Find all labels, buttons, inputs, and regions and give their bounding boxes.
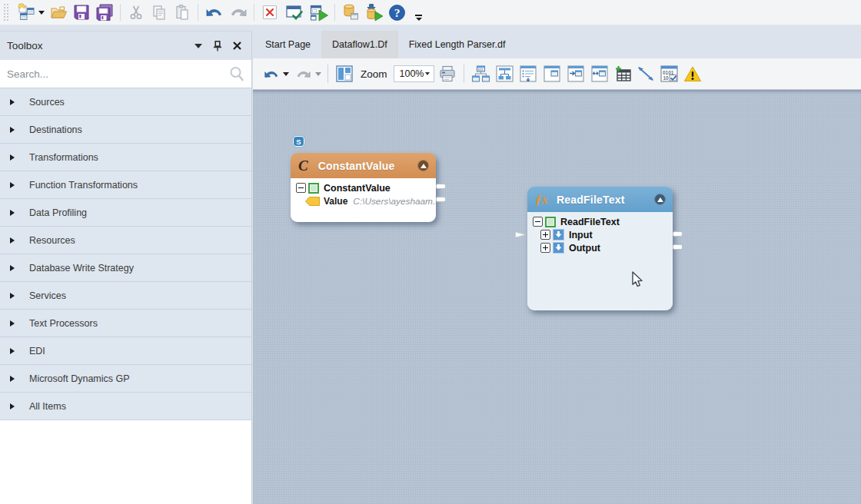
tab-fixed-length-parser[interactable]: Fixed Length Parser.df [398,31,517,58]
toolbox-item-destinations[interactable]: Destinations [0,116,251,144]
show-preview-panel-button[interactable] [333,62,356,85]
tree-row-readfiletext[interactable]: ReadFileText [527,215,673,228]
node-constant-value-header[interactable]: C ConstantValue [291,153,436,178]
database-window-icon [341,3,360,22]
tree-row-value[interactable]: Value C:\Users\ayeshaam... [291,194,436,207]
redo-arrow-icon [229,4,248,21]
dock-properties-button[interactable] [540,62,564,85]
toolbox-item-data-profiling[interactable]: Data Profiling [0,199,251,227]
database-job-button[interactable] [340,2,361,23]
expand-expander-icon[interactable] [540,243,550,253]
canvas-redo-button[interactable] [294,62,314,85]
toolbox-item-services[interactable]: Services [0,282,251,310]
pin-icon [213,41,222,51]
canvas-redo-dropdown[interactable] [314,63,323,85]
node-read-file-text[interactable]: ƒx ReadFileText ReadFileText [527,187,673,310]
toolbox-item-database-write-strategy[interactable]: Database Write Strategy [0,254,251,282]
collapse-expander-icon[interactable] [533,217,543,227]
open-button[interactable] [48,2,69,23]
expand-arrow-icon [10,237,15,244]
toolbox-item-all-items[interactable]: All Items [0,393,251,420]
chevron-up-icon [657,197,663,202]
search-input[interactable] [7,68,228,80]
toolbox-item-text-processors[interactable]: Text Processors [0,310,251,337]
paste-button[interactable] [171,2,193,23]
copy-icon [151,4,168,21]
toolbar-grip[interactable] [2,2,8,22]
toolbox-item-label: Resources [29,235,75,246]
auto-layout-hierarchy-button[interactable] [469,62,493,85]
expand-all-button[interactable] [517,62,540,85]
tree-row-constantvalue[interactable]: ConstantValue [291,181,436,194]
output-port[interactable] [673,231,683,237]
copy-button[interactable] [148,2,170,23]
new-dataflow-button[interactable] [15,2,37,23]
toolbox-item-sources[interactable]: Sources [0,88,251,116]
toolbox-item-microsoft-dynamics-gp[interactable]: Microsoft Dynamics GP [0,365,251,393]
tree-row-input[interactable]: Input [527,228,673,241]
node-constant-value-body: ConstantValue Value C:\Users\ayeshaam... [291,178,436,222]
new-dataflow-dropdown[interactable] [37,2,46,23]
toolbox-pin-button[interactable] [211,39,224,53]
run-button[interactable] [308,2,330,23]
svg-text:10: 10 [663,75,669,81]
toolbox-titlebar: Toolbox [0,32,251,60]
auto-layout-tree-button[interactable] [493,62,517,85]
node-read-file-text-body: ReadFileText Input Output [527,212,673,310]
collection-down-icon [553,242,564,254]
toolbox-item-label: Database Write Strategy [29,263,134,274]
print-button[interactable] [436,62,459,85]
save-icon [73,4,90,21]
verify-button[interactable] [284,2,305,23]
move-into-view-button[interactable] [564,62,588,85]
toolbox-menu-button[interactable] [191,39,205,53]
redo-button[interactable] [228,2,249,23]
expand-arrow-icon [10,403,15,410]
expand-arrow-icon [10,348,15,354]
function-glyph-icon: ƒx [535,193,548,206]
window-play-icon [310,4,329,22]
undo-button[interactable] [203,2,224,23]
cut-button[interactable] [125,2,147,23]
draw-link-icon [637,65,655,83]
data-preview-button[interactable]: 0101 10 [657,62,681,85]
dataflow-canvas[interactable]: S C ConstantValue ConstantValue [253,90,861,504]
canvas-undo-button[interactable] [261,62,281,85]
element-node-icon [308,183,319,194]
help-button[interactable]: ? [386,2,407,23]
tab-start-page[interactable]: Start Page [254,31,321,58]
delete-button[interactable] [259,2,281,23]
undo-arrow-icon [204,4,224,21]
zoom-label: Zoom [361,68,387,80]
output-port[interactable] [673,244,683,250]
output-port[interactable] [436,184,446,189]
draw-link-button[interactable] [634,62,657,85]
save-button[interactable] [71,2,92,23]
deploy-job-button[interactable] [363,2,384,23]
tab-dataflow1[interactable]: Dataflow1.Df [321,31,398,58]
save-all-button[interactable] [94,2,115,23]
toolbox-item-edi[interactable]: EDI [0,337,251,365]
expand-expander-icon[interactable] [540,230,550,240]
input-port-icon[interactable] [515,231,526,238]
collapse-node-button[interactable] [417,160,429,171]
collapse-node-button[interactable] [654,194,666,205]
toolbar-overflow-button[interactable] [415,15,422,21]
toolbar-separator [334,4,335,21]
output-port[interactable] [436,197,446,202]
tree-row-output[interactable]: Output [527,241,673,254]
toolbox-item-transformations[interactable]: Transformations [0,144,251,171]
add-table-button[interactable] [612,62,634,85]
fit-to-window-button[interactable] [588,62,612,85]
canvas-undo-dropdown[interactable] [281,63,291,85]
toolbox-close-button[interactable] [230,39,244,53]
node-constant-value[interactable]: C ConstantValue ConstantValue Value [291,153,436,222]
show-warnings-button[interactable] [681,62,704,85]
node-read-file-text-header[interactable]: ƒx ReadFileText [527,187,673,212]
tree-attr-value: C:\Users\ayeshaam... [353,196,436,207]
collapse-expander-icon[interactable] [296,183,306,193]
chevron-down-icon [38,11,45,15]
zoom-select[interactable]: 100% [394,65,434,82]
toolbox-item-resources[interactable]: Resources [0,227,251,254]
toolbox-item-function-transformations[interactable]: Function Transformations [0,171,251,199]
